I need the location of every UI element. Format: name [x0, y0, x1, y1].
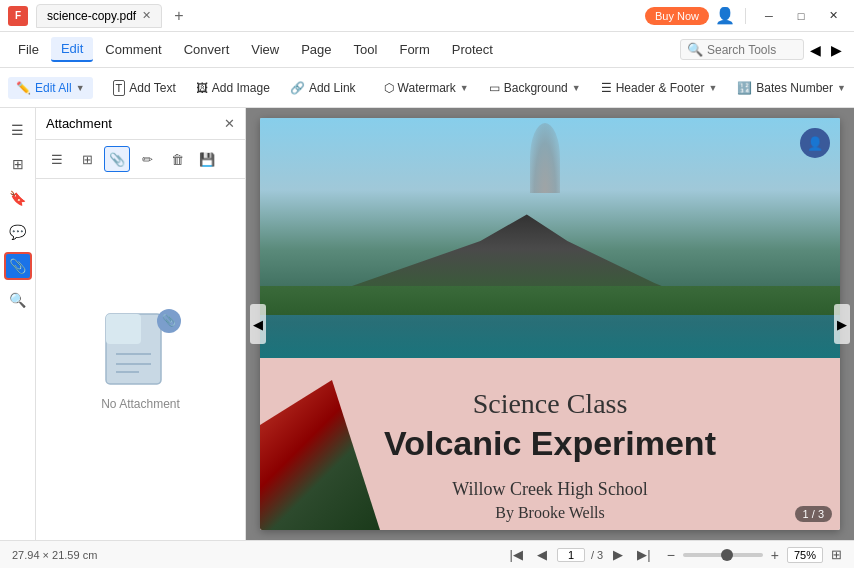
- bates-number-button[interactable]: 🔢 Bates Number ▼: [729, 77, 854, 99]
- title-bar-right: Buy Now 👤 ─ □ ✕: [645, 3, 846, 29]
- attachment-doc-icon: 📎: [101, 309, 181, 399]
- volcano-decoration: [260, 380, 380, 530]
- main-content: ☰ ⊞ 🔖 💬 📎 🔍 Attachment ✕ ☰ ⊞ 📎 ✏ 🗑 💾: [0, 108, 854, 540]
- watermark-dropdown-arrow: ▼: [460, 83, 469, 93]
- next-page-button[interactable]: ▶: [609, 545, 627, 564]
- close-button[interactable]: ✕: [820, 3, 846, 29]
- no-attachment-label: No Attachment: [101, 397, 180, 411]
- school-name: Willow Creek High School: [452, 479, 648, 500]
- search-tools-input[interactable]: [707, 43, 797, 57]
- background-dropdown-arrow: ▼: [572, 83, 581, 93]
- menu-protect[interactable]: Protect: [442, 38, 503, 61]
- dimensions-label: 27.94 × 21.59 cm: [12, 549, 494, 561]
- first-page-button[interactable]: |◀: [506, 545, 527, 564]
- zoom-level-input[interactable]: [787, 547, 823, 563]
- sidebar-search-icon[interactable]: 🔍: [4, 286, 32, 314]
- new-tab-button[interactable]: +: [170, 7, 187, 25]
- add-text-icon: T: [113, 80, 126, 96]
- panel-title: Attachment: [46, 116, 112, 131]
- left-sidebar: ☰ ⊞ 🔖 💬 📎 🔍: [0, 108, 36, 540]
- header-footer-icon: ☰: [601, 81, 612, 95]
- maximize-button[interactable]: □: [788, 3, 814, 29]
- panel-grid-view-button[interactable]: ⊞: [74, 146, 100, 172]
- panel-delete-button[interactable]: 🗑: [164, 146, 190, 172]
- tab-close-icon[interactable]: ✕: [142, 9, 151, 22]
- zoom-controls: − + ⊞: [667, 547, 842, 563]
- pdf-page: 👤 Science Class Volcanic Experiment Will…: [260, 118, 840, 530]
- attachment-icon-container: 📎: [101, 309, 181, 389]
- zoom-slider[interactable]: [683, 553, 763, 557]
- page-total-label: / 3: [591, 549, 603, 561]
- panel-toolbar: ☰ ⊞ 📎 ✏ 🗑 💾: [36, 140, 245, 179]
- buy-now-button[interactable]: Buy Now: [645, 7, 709, 25]
- watermark-button[interactable]: ⬡ Watermark ▼: [376, 77, 477, 99]
- scroll-right-arrow[interactable]: ▶: [834, 304, 850, 344]
- zoom-in-button[interactable]: +: [771, 547, 779, 563]
- pdf-viewer: ◀ ▶ 👤 Science Class Volcanic E: [246, 108, 854, 540]
- sidebar-attachment-icon[interactable]: 📎: [4, 252, 32, 280]
- title-bar-separator: [745, 8, 746, 24]
- tab-title: science-copy.pdf: [47, 9, 136, 23]
- pdf-content-area: Science Class Volcanic Experiment Willow…: [260, 358, 840, 530]
- fit-page-button[interactable]: ⊞: [831, 547, 842, 562]
- panel-close-button[interactable]: ✕: [224, 116, 235, 131]
- status-bar: 27.94 × 21.59 cm |◀ ◀ / 3 ▶ ▶| − + ⊞: [0, 540, 854, 568]
- attachment-panel: Attachment ✕ ☰ ⊞ 📎 ✏ 🗑 💾: [36, 108, 246, 540]
- prev-page-button[interactable]: ◀: [533, 545, 551, 564]
- edit-all-button[interactable]: ✏️ Edit All ▼: [8, 77, 93, 99]
- toolbar: ✏️ Edit All ▼ T Add Text 🖼 Add Image 🔗 A…: [0, 68, 854, 108]
- user-icon[interactable]: 👤: [715, 6, 735, 25]
- page-navigation: |◀ ◀ / 3 ▶ ▶|: [506, 545, 655, 564]
- last-page-button[interactable]: ▶|: [633, 545, 654, 564]
- science-title: Science Class: [473, 388, 628, 420]
- bates-number-dropdown-arrow: ▼: [837, 83, 846, 93]
- menu-page[interactable]: Page: [291, 38, 341, 61]
- title-bar: F science-copy.pdf ✕ + Buy Now 👤 ─ □ ✕: [0, 0, 854, 32]
- menu-view[interactable]: View: [241, 38, 289, 61]
- add-link-icon: 🔗: [290, 81, 305, 95]
- panel-header: Attachment ✕: [36, 108, 245, 140]
- author-name: By Brooke Wells: [495, 504, 605, 522]
- add-link-button[interactable]: 🔗 Add Link: [282, 77, 364, 99]
- panel-attach-button[interactable]: 📎: [104, 146, 130, 172]
- add-image-icon: 🖼: [196, 81, 208, 95]
- nav-back-icon[interactable]: ◀: [806, 42, 825, 58]
- menu-file[interactable]: File: [8, 38, 49, 61]
- header-footer-dropdown-arrow: ▼: [708, 83, 717, 93]
- sidebar-menu-icon[interactable]: ☰: [4, 116, 32, 144]
- zoom-out-button[interactable]: −: [667, 547, 675, 563]
- current-page-input[interactable]: [557, 548, 585, 562]
- edit-all-dropdown-arrow: ▼: [76, 83, 85, 93]
- pdf-header-image: 👤: [260, 118, 840, 358]
- bates-number-icon: 🔢: [737, 81, 752, 95]
- panel-edit-button[interactable]: ✏: [134, 146, 160, 172]
- menu-comment[interactable]: Comment: [95, 38, 171, 61]
- menu-edit[interactable]: Edit: [51, 37, 93, 62]
- panel-save-button[interactable]: 💾: [194, 146, 220, 172]
- app-icon: F: [8, 6, 28, 26]
- header-footer-button[interactable]: ☰ Header & Footer ▼: [593, 77, 726, 99]
- add-image-button[interactable]: 🖼 Add Image: [188, 77, 278, 99]
- zoom-slider-thumb[interactable]: [721, 549, 733, 561]
- user-button[interactable]: 👤: [800, 128, 830, 158]
- minimize-button[interactable]: ─: [756, 3, 782, 29]
- sidebar-bookmark-icon[interactable]: 🔖: [4, 184, 32, 212]
- panel-list-view-button[interactable]: ☰: [44, 146, 70, 172]
- menu-bar: File Edit Comment Convert View Page Tool…: [0, 32, 854, 68]
- pdf-tab[interactable]: science-copy.pdf ✕: [36, 4, 162, 28]
- background-button[interactable]: ▭ Background ▼: [481, 77, 589, 99]
- sidebar-comment-icon[interactable]: 💬: [4, 218, 32, 246]
- menu-form[interactable]: Form: [389, 38, 439, 61]
- attachment-pin-icon: 📎: [157, 309, 181, 333]
- svg-rect-1: [106, 314, 141, 344]
- title-bar-left: F science-copy.pdf ✕ +: [8, 4, 645, 28]
- sidebar-page-icon[interactable]: ⊞: [4, 150, 32, 178]
- background-icon: ▭: [489, 81, 500, 95]
- nav-forward-icon[interactable]: ▶: [827, 42, 846, 58]
- edit-icon: ✏️: [16, 81, 31, 95]
- menu-tool[interactable]: Tool: [344, 38, 388, 61]
- scroll-left-arrow[interactable]: ◀: [250, 304, 266, 344]
- menu-convert[interactable]: Convert: [174, 38, 240, 61]
- add-text-button[interactable]: T Add Text: [105, 76, 184, 100]
- watermark-icon: ⬡: [384, 81, 394, 95]
